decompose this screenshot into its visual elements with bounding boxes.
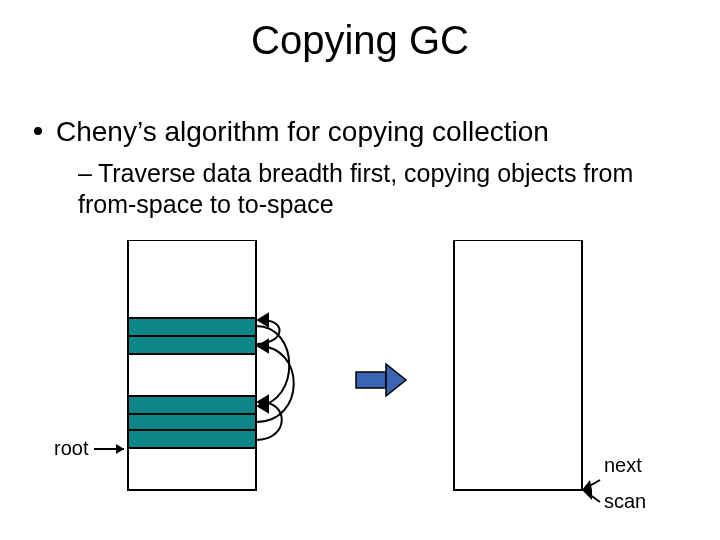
svg-marker-5 xyxy=(258,314,268,326)
object-pointers xyxy=(256,314,294,440)
copying-gc-diagram: root next scan xyxy=(0,240,720,530)
bullet-level-1: Cheny’s algorithm for copying collection xyxy=(34,116,549,148)
svg-marker-15 xyxy=(582,490,592,500)
svg-rect-10 xyxy=(356,372,386,388)
svg-marker-6 xyxy=(258,340,268,352)
scan-arrow xyxy=(582,490,600,502)
bullet-main-text: Cheny’s algorithm for copying collection xyxy=(56,116,549,147)
root-label: root xyxy=(54,437,89,459)
copy-arrow-icon xyxy=(356,364,406,396)
bullet-dot-icon xyxy=(34,127,42,135)
from-space-box xyxy=(128,240,256,490)
svg-rect-0 xyxy=(128,240,256,490)
svg-marker-9 xyxy=(116,444,124,454)
bullet-level-2: –Traverse data breadth first, copying ob… xyxy=(78,158,638,219)
next-label: next xyxy=(604,454,642,476)
bullet-sub-text: Traverse data breadth first, copying obj… xyxy=(78,159,633,218)
svg-marker-11 xyxy=(386,364,406,396)
scan-label: scan xyxy=(604,490,646,512)
svg-marker-13 xyxy=(582,480,592,490)
slide-title: Copying GC xyxy=(0,18,720,63)
to-space-box xyxy=(454,240,582,490)
next-arrow xyxy=(582,480,600,490)
from-block-lower xyxy=(128,396,256,448)
root-arrow xyxy=(94,444,124,454)
bullet-dash-icon: – xyxy=(78,159,92,187)
